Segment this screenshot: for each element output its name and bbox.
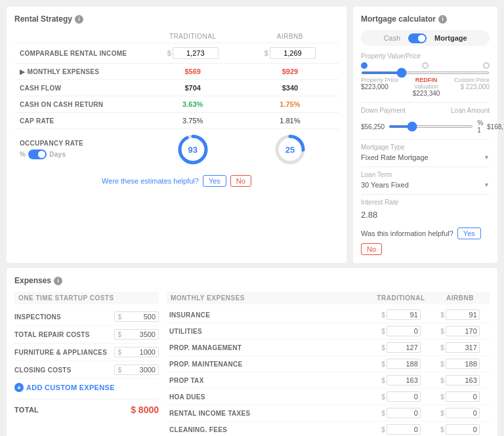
- comparable-airbnb-input-wrap: $: [247, 47, 333, 59]
- rental-tax-airbnb-input[interactable]: [446, 408, 480, 418]
- airbnb-donut-value: 25: [285, 145, 295, 155]
- loan-term-dropdown-arrow[interactable]: ▼: [484, 182, 490, 188]
- monthly-traditional-header: TRADITIONAL: [371, 292, 430, 304]
- rental-income-taxes-row: RENTAL INCOME TAXES $ $: [167, 405, 490, 422]
- comparable-traditional-input-wrap: $: [150, 47, 236, 59]
- cash-tab[interactable]: Cash: [379, 33, 404, 43]
- closing-costs-label: CLOSING COSTS: [14, 367, 114, 374]
- closing-costs-input[interactable]: [123, 366, 156, 374]
- utilities-airbnb-input[interactable]: [446, 326, 480, 336]
- mortgage-no-button[interactable]: No: [361, 243, 382, 255]
- total-repair-label: TOTAL REPAIR COSTS: [14, 331, 114, 338]
- mortgage-type-value: Fixed Rate Mortgage: [361, 153, 429, 161]
- prop-maint-traditional-input[interactable]: [387, 359, 421, 369]
- cleaning-fees-row: CLEANING. FEES $ $: [167, 422, 490, 436]
- interest-rate-label: Interest Rate: [361, 199, 490, 206]
- utilities-row: UTILITIES $ $: [167, 323, 490, 340]
- interest-rate-value: 2.88: [361, 208, 490, 221]
- prop-mgmt-airbnb-input[interactable]: [446, 342, 480, 353]
- mortgage-tab[interactable]: Mortgage: [430, 33, 471, 43]
- rental-helpful-text: Were these estimates helpful?: [102, 177, 199, 185]
- divider-1: [361, 102, 490, 103]
- rental-strategy-table: TRADITIONAL AIRBNB COMPARABLE RENTAL INC…: [14, 30, 339, 170]
- hoa-dues-row: HOA DUES $ $: [167, 389, 490, 405]
- monthly-airbnb-header: AIRBNB: [430, 292, 490, 304]
- prop-tax-airbnb-input[interactable]: [446, 375, 480, 386]
- mortgage-helpful-text: Was this information helpful?: [361, 229, 453, 237]
- comparable-rental-label: COMPARABLE RENTAL INCOME: [14, 43, 144, 64]
- prop-maintenance-row: PROP. MAINTENANCE $ $: [167, 356, 490, 372]
- loan-term-label: Loan Term: [361, 171, 490, 178]
- loan-term-section: Loan Term 30 Years Fixed ▼: [361, 171, 490, 189]
- total-repair-input[interactable]: [123, 330, 156, 338]
- inspections-input-wrap: $: [114, 311, 159, 322]
- rental-yes-button[interactable]: Yes: [203, 175, 226, 187]
- expenses-info-icon[interactable]: i: [54, 277, 62, 285]
- furniture-input[interactable]: [123, 348, 156, 356]
- mortgage-toggle-row: Cash Mortgage: [361, 30, 490, 46]
- down-payment-section: Down Payment Loan Amount $56,250 % 1 $16…: [361, 107, 490, 134]
- utilities-traditional-input[interactable]: [387, 326, 421, 336]
- inspections-row: INSPECTIONS $: [14, 308, 159, 326]
- prop-maint-airbnb-input[interactable]: [446, 359, 480, 369]
- mortgage-info-icon[interactable]: i: [438, 15, 447, 24]
- total-repair-row: TOTAL REPAIR COSTS $: [14, 326, 159, 344]
- redfin-label: REDFIN: [413, 77, 440, 83]
- loan-amount-labels: Down Payment Loan Amount: [361, 107, 490, 117]
- inspections-input[interactable]: [123, 313, 156, 321]
- property-value-slider[interactable]: [361, 71, 490, 74]
- cash-flow-airbnb: $340: [242, 80, 339, 96]
- comparable-traditional-input[interactable]: [173, 47, 219, 59]
- custom-price-value: $ 223,000: [454, 83, 490, 90]
- loan-amount-label: Loan Amount: [451, 107, 490, 114]
- property-price-value: $223,000: [361, 83, 398, 90]
- furniture-row: FURNITURE & APPLIANCES $: [14, 344, 159, 361]
- rental-strategy-title: Rental Strategy i: [14, 14, 339, 24]
- down-payment-slider[interactable]: [388, 125, 473, 128]
- occupancy-toggle[interactable]: [28, 149, 47, 159]
- prop-management-row: PROP. MANAGEMENT $ $: [167, 340, 490, 356]
- cleaning-traditional-input[interactable]: [387, 424, 421, 435]
- occupancy-rate-label: OCCUPANCY RATE: [20, 140, 83, 147]
- hoa-airbnb-input[interactable]: [446, 391, 480, 402]
- furniture-label: FURNITURE & APPLIANCES: [14, 349, 114, 356]
- mortgage-type-dropdown-arrow[interactable]: ▼: [484, 154, 490, 161]
- prop-tax-traditional-input[interactable]: [387, 375, 421, 386]
- rental-strategy-info-icon[interactable]: i: [75, 15, 83, 24]
- monthly-header-row: MONTHLY EXPENSES TRADITIONAL AIRBNB: [167, 292, 490, 304]
- loan-term-value: 30 Years Fixed: [361, 181, 409, 189]
- page-container: Rental Strategy i TRADITIONAL AIRBNB COM…: [0, 0, 504, 436]
- insurance-airbnb-input[interactable]: [446, 309, 480, 320]
- expenses-title-text: Expenses: [14, 276, 51, 285]
- insurance-row: INSURANCE $ $: [167, 307, 490, 323]
- rental-strategy-title-text: Rental Strategy: [14, 14, 72, 24]
- insurance-traditional-input[interactable]: [387, 309, 421, 320]
- valuation-label: Valuation: [413, 83, 440, 90]
- total-repair-input-wrap: $: [114, 329, 159, 340]
- down-payment-percent: % 1: [477, 119, 483, 134]
- rental-no-button[interactable]: No: [230, 175, 251, 187]
- cash-flow-label: CASH FLOW: [14, 80, 144, 96]
- cleaning-airbnb-input[interactable]: [446, 424, 480, 435]
- mortgage-type-label: Mortgage Type: [361, 144, 490, 151]
- mortgage-title: Mortgage calculator i: [361, 14, 490, 24]
- hoa-traditional-input[interactable]: [387, 391, 421, 402]
- cap-rate-row: CAP RATE 3.75% 1.81%: [14, 113, 339, 129]
- mortgage-yes-button[interactable]: Yes: [457, 228, 481, 239]
- startup-costs-col: ONE TIME STARTUP COSTS INSPECTIONS $ TOT…: [14, 292, 159, 436]
- expenses-grid: ONE TIME STARTUP COSTS INSPECTIONS $ TOT…: [14, 292, 490, 436]
- cash-on-cash-airbnb: 1.75%: [242, 96, 339, 113]
- occupancy-toggle-thumb: [38, 151, 45, 158]
- rental-tax-traditional-input[interactable]: [387, 408, 421, 418]
- down-payment-slider-row: $56,250 % 1 $168,750: [361, 119, 490, 134]
- closing-costs-row: CLOSING COSTS $: [14, 361, 159, 379]
- monthly-label-header: MONTHLY EXPENSES: [167, 292, 371, 304]
- monthly-expenses-label: ▶ MONTHLY EXPENSES: [14, 64, 144, 80]
- startup-add-custom-button[interactable]: + ADD CUSTOM EXPENSE: [14, 379, 159, 396]
- startup-add-custom-label: ADD CUSTOM EXPENSE: [26, 384, 115, 391]
- mortgage-mode-toggle[interactable]: [408, 33, 427, 43]
- property-slider-row: [361, 71, 490, 74]
- comparable-airbnb-input[interactable]: [270, 47, 316, 59]
- startup-col-header: ONE TIME STARTUP COSTS: [14, 292, 159, 304]
- prop-mgmt-traditional-input[interactable]: [387, 342, 421, 353]
